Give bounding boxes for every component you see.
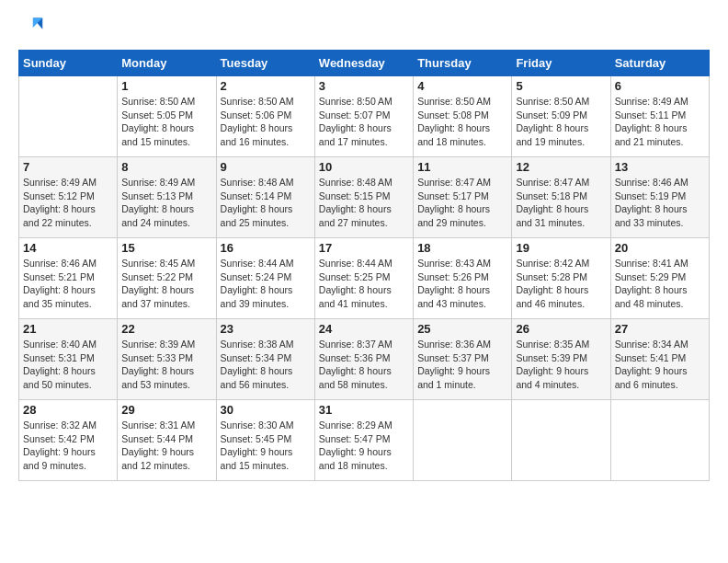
calendar-cell: 20Sunrise: 8:41 AMSunset: 5:29 PMDayligh…: [610, 238, 709, 319]
day-info: Sunrise: 8:30 AMSunset: 5:45 PMDaylight:…: [221, 419, 311, 473]
day-number: 4: [417, 79, 507, 93]
calendar-cell: 7Sunrise: 8:49 AMSunset: 5:12 PMDaylight…: [19, 157, 118, 238]
day-info: Sunrise: 8:44 AMSunset: 5:24 PMDaylight:…: [221, 257, 311, 311]
calendar-cell: 3Sunrise: 8:50 AMSunset: 5:07 PMDaylight…: [314, 76, 413, 157]
day-number: 26: [516, 322, 606, 336]
calendar-week-row: 28Sunrise: 8:32 AMSunset: 5:42 PMDayligh…: [19, 400, 710, 481]
day-number: 15: [121, 241, 211, 255]
day-info: Sunrise: 8:37 AMSunset: 5:36 PMDaylight:…: [319, 338, 409, 392]
weekday-header-wednesday: Wednesday: [314, 51, 413, 76]
day-number: 23: [221, 322, 311, 336]
calendar-cell: 28Sunrise: 8:32 AMSunset: 5:42 PMDayligh…: [19, 400, 118, 481]
calendar-cell: 21Sunrise: 8:40 AMSunset: 5:31 PMDayligh…: [19, 319, 118, 400]
calendar-week-row: 14Sunrise: 8:46 AMSunset: 5:21 PMDayligh…: [19, 238, 710, 319]
day-info: Sunrise: 8:45 AMSunset: 5:22 PMDaylight:…: [121, 257, 211, 311]
day-info: Sunrise: 8:48 AMSunset: 5:15 PMDaylight:…: [319, 176, 409, 230]
calendar-cell: 29Sunrise: 8:31 AMSunset: 5:44 PMDayligh…: [118, 400, 216, 481]
day-number: 19: [516, 241, 606, 255]
day-info: Sunrise: 8:49 AMSunset: 5:11 PMDaylight:…: [615, 95, 705, 149]
day-number: 3: [319, 79, 409, 93]
calendar-header-row: SundayMondayTuesdayWednesdayThursdayFrid…: [19, 51, 710, 76]
calendar-cell: 24Sunrise: 8:37 AMSunset: 5:36 PMDayligh…: [314, 319, 413, 400]
calendar-cell: 27Sunrise: 8:34 AMSunset: 5:41 PMDayligh…: [610, 319, 709, 400]
day-info: Sunrise: 8:48 AMSunset: 5:14 PMDaylight:…: [221, 176, 311, 230]
calendar-cell: 11Sunrise: 8:47 AMSunset: 5:17 PMDayligh…: [414, 157, 512, 238]
calendar-cell: 22Sunrise: 8:39 AMSunset: 5:33 PMDayligh…: [118, 319, 216, 400]
day-number: 20: [615, 241, 705, 255]
day-number: 22: [121, 322, 211, 336]
calendar-cell: [610, 400, 709, 481]
calendar-cell: 9Sunrise: 8:48 AMSunset: 5:14 PMDaylight…: [216, 157, 314, 238]
day-number: 21: [23, 322, 113, 336]
day-number: 24: [319, 322, 409, 336]
logo: [18, 15, 48, 40]
day-info: Sunrise: 8:46 AMSunset: 5:21 PMDaylight:…: [23, 257, 113, 311]
day-number: 17: [319, 241, 409, 255]
day-number: 5: [516, 79, 606, 93]
calendar-cell: 12Sunrise: 8:47 AMSunset: 5:18 PMDayligh…: [512, 157, 610, 238]
calendar-cell: 26Sunrise: 8:35 AMSunset: 5:39 PMDayligh…: [512, 319, 610, 400]
day-number: 12: [516, 160, 606, 174]
day-info: Sunrise: 8:42 AMSunset: 5:28 PMDaylight:…: [516, 257, 606, 311]
day-info: Sunrise: 8:29 AMSunset: 5:47 PMDaylight:…: [319, 419, 409, 473]
day-number: 25: [417, 322, 507, 336]
calendar-cell: 8Sunrise: 8:49 AMSunset: 5:13 PMDaylight…: [118, 157, 216, 238]
calendar-week-row: 7Sunrise: 8:49 AMSunset: 5:12 PMDaylight…: [19, 157, 710, 238]
header: [18, 15, 710, 40]
day-number: 13: [615, 160, 705, 174]
day-info: Sunrise: 8:49 AMSunset: 5:13 PMDaylight:…: [121, 176, 211, 230]
calendar-cell: 19Sunrise: 8:42 AMSunset: 5:28 PMDayligh…: [512, 238, 610, 319]
day-number: 8: [121, 160, 211, 174]
weekday-header-saturday: Saturday: [610, 51, 709, 76]
day-number: 29: [121, 403, 211, 417]
day-number: 1: [121, 79, 211, 93]
day-info: Sunrise: 8:50 AMSunset: 5:08 PMDaylight:…: [417, 95, 507, 149]
day-info: Sunrise: 8:38 AMSunset: 5:34 PMDaylight:…: [221, 338, 311, 392]
day-number: 10: [319, 160, 409, 174]
day-number: 27: [615, 322, 705, 336]
day-info: Sunrise: 8:47 AMSunset: 5:18 PMDaylight:…: [516, 176, 606, 230]
calendar-cell: 5Sunrise: 8:50 AMSunset: 5:09 PMDaylight…: [512, 76, 610, 157]
weekday-header-friday: Friday: [512, 51, 610, 76]
weekday-header-tuesday: Tuesday: [216, 51, 314, 76]
day-number: 7: [23, 160, 113, 174]
calendar-cell: 16Sunrise: 8:44 AMSunset: 5:24 PMDayligh…: [216, 238, 314, 319]
calendar-cell: [19, 76, 118, 157]
weekday-header-sunday: Sunday: [19, 51, 118, 76]
day-number: 16: [221, 241, 311, 255]
calendar-cell: 23Sunrise: 8:38 AMSunset: 5:34 PMDayligh…: [216, 319, 314, 400]
day-info: Sunrise: 8:36 AMSunset: 5:37 PMDaylight:…: [417, 338, 507, 392]
calendar-cell: 1Sunrise: 8:50 AMSunset: 5:05 PMDaylight…: [118, 76, 216, 157]
day-info: Sunrise: 8:43 AMSunset: 5:26 PMDaylight:…: [417, 257, 507, 311]
weekday-header-monday: Monday: [118, 51, 216, 76]
day-number: 14: [23, 241, 113, 255]
day-info: Sunrise: 8:39 AMSunset: 5:33 PMDaylight:…: [121, 338, 211, 392]
day-info: Sunrise: 8:34 AMSunset: 5:41 PMDaylight:…: [615, 338, 705, 392]
day-number: 18: [417, 241, 507, 255]
calendar-cell: 6Sunrise: 8:49 AMSunset: 5:11 PMDaylight…: [610, 76, 709, 157]
calendar-cell: 25Sunrise: 8:36 AMSunset: 5:37 PMDayligh…: [414, 319, 512, 400]
day-info: Sunrise: 8:35 AMSunset: 5:39 PMDaylight:…: [516, 338, 606, 392]
day-info: Sunrise: 8:31 AMSunset: 5:44 PMDaylight:…: [121, 419, 211, 473]
day-number: 31: [319, 403, 409, 417]
day-number: 6: [615, 79, 705, 93]
day-number: 11: [417, 160, 507, 174]
day-info: Sunrise: 8:41 AMSunset: 5:29 PMDaylight:…: [615, 257, 705, 311]
weekday-header-thursday: Thursday: [414, 51, 512, 76]
day-info: Sunrise: 8:44 AMSunset: 5:25 PMDaylight:…: [319, 257, 409, 311]
calendar-cell: 15Sunrise: 8:45 AMSunset: 5:22 PMDayligh…: [118, 238, 216, 319]
calendar-cell: 31Sunrise: 8:29 AMSunset: 5:47 PMDayligh…: [314, 400, 413, 481]
page: SundayMondayTuesdayWednesdayThursdayFrid…: [0, 0, 728, 563]
day-number: 2: [221, 79, 311, 93]
day-number: 28: [23, 403, 113, 417]
day-info: Sunrise: 8:40 AMSunset: 5:31 PMDaylight:…: [23, 338, 113, 392]
calendar-week-row: 21Sunrise: 8:40 AMSunset: 5:31 PMDayligh…: [19, 319, 710, 400]
day-info: Sunrise: 8:50 AMSunset: 5:06 PMDaylight:…: [221, 95, 311, 149]
calendar-cell: [414, 400, 512, 481]
calendar-table: SundayMondayTuesdayWednesdayThursdayFrid…: [18, 50, 710, 481]
calendar-cell: 14Sunrise: 8:46 AMSunset: 5:21 PMDayligh…: [19, 238, 118, 319]
day-info: Sunrise: 8:46 AMSunset: 5:19 PMDaylight:…: [615, 176, 705, 230]
calendar-cell: 10Sunrise: 8:48 AMSunset: 5:15 PMDayligh…: [314, 157, 413, 238]
calendar-week-row: 1Sunrise: 8:50 AMSunset: 5:05 PMDaylight…: [19, 76, 710, 157]
calendar-cell: 13Sunrise: 8:46 AMSunset: 5:19 PMDayligh…: [610, 157, 709, 238]
